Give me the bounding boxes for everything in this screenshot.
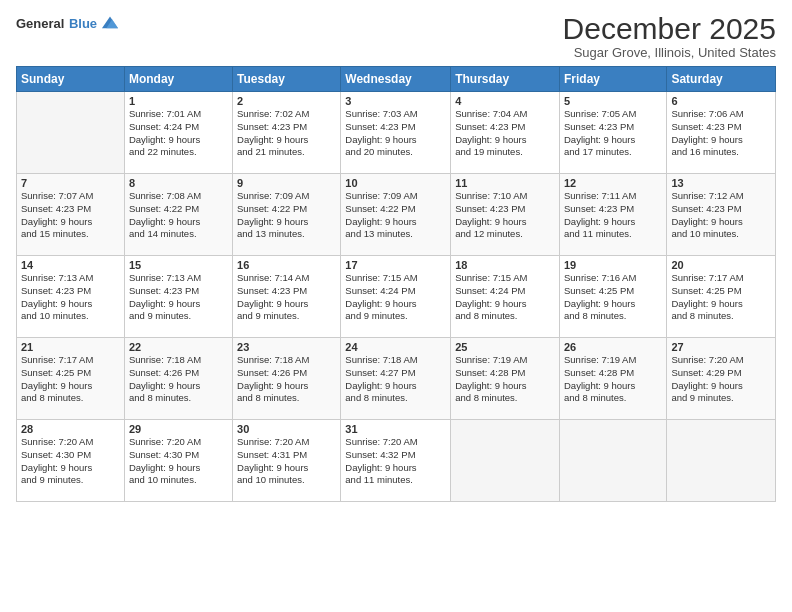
day-number: 13 <box>671 177 771 189</box>
day-info: Sunrise: 7:04 AMSunset: 4:23 PMDaylight:… <box>455 108 555 159</box>
logo-blue: Blue <box>69 16 97 31</box>
calendar-cell: 4Sunrise: 7:04 AMSunset: 4:23 PMDaylight… <box>451 92 560 174</box>
weekday-header-thursday: Thursday <box>451 67 560 92</box>
day-info: Sunrise: 7:08 AMSunset: 4:22 PMDaylight:… <box>129 190 228 241</box>
day-number: 17 <box>345 259 446 271</box>
location: Sugar Grove, Illinois, United States <box>563 45 776 60</box>
calendar-cell <box>451 420 560 502</box>
calendar-cell: 18Sunrise: 7:15 AMSunset: 4:24 PMDayligh… <box>451 256 560 338</box>
day-info: Sunrise: 7:20 AMSunset: 4:31 PMDaylight:… <box>237 436 336 487</box>
calendar-cell: 1Sunrise: 7:01 AMSunset: 4:24 PMDaylight… <box>124 92 232 174</box>
day-info: Sunrise: 7:03 AMSunset: 4:23 PMDaylight:… <box>345 108 446 159</box>
calendar-cell: 2Sunrise: 7:02 AMSunset: 4:23 PMDaylight… <box>233 92 341 174</box>
calendar-cell: 28Sunrise: 7:20 AMSunset: 4:30 PMDayligh… <box>17 420 125 502</box>
day-number: 2 <box>237 95 336 107</box>
day-info: Sunrise: 7:14 AMSunset: 4:23 PMDaylight:… <box>237 272 336 323</box>
day-number: 3 <box>345 95 446 107</box>
calendar-cell: 31Sunrise: 7:20 AMSunset: 4:32 PMDayligh… <box>341 420 451 502</box>
day-info: Sunrise: 7:18 AMSunset: 4:26 PMDaylight:… <box>129 354 228 405</box>
header: General Blue December 2025 Sugar Grove, … <box>16 12 776 60</box>
calendar-cell: 24Sunrise: 7:18 AMSunset: 4:27 PMDayligh… <box>341 338 451 420</box>
weekday-header-tuesday: Tuesday <box>233 67 341 92</box>
day-info: Sunrise: 7:06 AMSunset: 4:23 PMDaylight:… <box>671 108 771 159</box>
day-info: Sunrise: 7:20 AMSunset: 4:32 PMDaylight:… <box>345 436 446 487</box>
day-number: 24 <box>345 341 446 353</box>
day-number: 29 <box>129 423 228 435</box>
day-number: 5 <box>564 95 662 107</box>
day-number: 20 <box>671 259 771 271</box>
calendar-cell: 27Sunrise: 7:20 AMSunset: 4:29 PMDayligh… <box>667 338 776 420</box>
title-section: December 2025 Sugar Grove, Illinois, Uni… <box>563 12 776 60</box>
day-info: Sunrise: 7:13 AMSunset: 4:23 PMDaylight:… <box>21 272 120 323</box>
day-number: 4 <box>455 95 555 107</box>
logo-icon <box>99 12 121 34</box>
day-info: Sunrise: 7:18 AMSunset: 4:26 PMDaylight:… <box>237 354 336 405</box>
calendar-cell: 8Sunrise: 7:08 AMSunset: 4:22 PMDaylight… <box>124 174 232 256</box>
calendar-cell: 7Sunrise: 7:07 AMSunset: 4:23 PMDaylight… <box>17 174 125 256</box>
calendar-cell: 3Sunrise: 7:03 AMSunset: 4:23 PMDaylight… <box>341 92 451 174</box>
weekday-header-saturday: Saturday <box>667 67 776 92</box>
day-number: 7 <box>21 177 120 189</box>
day-number: 26 <box>564 341 662 353</box>
page: General Blue December 2025 Sugar Grove, … <box>0 0 792 612</box>
calendar-cell: 23Sunrise: 7:18 AMSunset: 4:26 PMDayligh… <box>233 338 341 420</box>
day-info: Sunrise: 7:19 AMSunset: 4:28 PMDaylight:… <box>455 354 555 405</box>
calendar-cell: 25Sunrise: 7:19 AMSunset: 4:28 PMDayligh… <box>451 338 560 420</box>
calendar-week-row: 7Sunrise: 7:07 AMSunset: 4:23 PMDaylight… <box>17 174 776 256</box>
calendar-week-row: 28Sunrise: 7:20 AMSunset: 4:30 PMDayligh… <box>17 420 776 502</box>
calendar-cell: 12Sunrise: 7:11 AMSunset: 4:23 PMDayligh… <box>559 174 666 256</box>
day-number: 19 <box>564 259 662 271</box>
day-info: Sunrise: 7:18 AMSunset: 4:27 PMDaylight:… <box>345 354 446 405</box>
calendar-cell: 15Sunrise: 7:13 AMSunset: 4:23 PMDayligh… <box>124 256 232 338</box>
day-info: Sunrise: 7:07 AMSunset: 4:23 PMDaylight:… <box>21 190 120 241</box>
day-info: Sunrise: 7:13 AMSunset: 4:23 PMDaylight:… <box>129 272 228 323</box>
calendar-cell: 11Sunrise: 7:10 AMSunset: 4:23 PMDayligh… <box>451 174 560 256</box>
day-number: 10 <box>345 177 446 189</box>
day-info: Sunrise: 7:09 AMSunset: 4:22 PMDaylight:… <box>237 190 336 241</box>
weekday-header-monday: Monday <box>124 67 232 92</box>
calendar-cell: 5Sunrise: 7:05 AMSunset: 4:23 PMDaylight… <box>559 92 666 174</box>
day-info: Sunrise: 7:05 AMSunset: 4:23 PMDaylight:… <box>564 108 662 159</box>
day-info: Sunrise: 7:19 AMSunset: 4:28 PMDaylight:… <box>564 354 662 405</box>
calendar-cell: 20Sunrise: 7:17 AMSunset: 4:25 PMDayligh… <box>667 256 776 338</box>
day-number: 21 <box>21 341 120 353</box>
logo: General Blue <box>16 12 121 34</box>
calendar-cell: 14Sunrise: 7:13 AMSunset: 4:23 PMDayligh… <box>17 256 125 338</box>
day-number: 25 <box>455 341 555 353</box>
calendar-week-row: 21Sunrise: 7:17 AMSunset: 4:25 PMDayligh… <box>17 338 776 420</box>
day-number: 11 <box>455 177 555 189</box>
calendar-cell: 19Sunrise: 7:16 AMSunset: 4:25 PMDayligh… <box>559 256 666 338</box>
day-info: Sunrise: 7:09 AMSunset: 4:22 PMDaylight:… <box>345 190 446 241</box>
weekday-header-friday: Friday <box>559 67 666 92</box>
day-number: 22 <box>129 341 228 353</box>
day-number: 6 <box>671 95 771 107</box>
day-info: Sunrise: 7:02 AMSunset: 4:23 PMDaylight:… <box>237 108 336 159</box>
day-info: Sunrise: 7:15 AMSunset: 4:24 PMDaylight:… <box>345 272 446 323</box>
calendar-cell: 6Sunrise: 7:06 AMSunset: 4:23 PMDaylight… <box>667 92 776 174</box>
day-number: 30 <box>237 423 336 435</box>
calendar-cell: 17Sunrise: 7:15 AMSunset: 4:24 PMDayligh… <box>341 256 451 338</box>
calendar-cell: 13Sunrise: 7:12 AMSunset: 4:23 PMDayligh… <box>667 174 776 256</box>
weekday-header-wednesday: Wednesday <box>341 67 451 92</box>
calendar-cell <box>17 92 125 174</box>
month-title: December 2025 <box>563 12 776 45</box>
day-info: Sunrise: 7:01 AMSunset: 4:24 PMDaylight:… <box>129 108 228 159</box>
day-info: Sunrise: 7:11 AMSunset: 4:23 PMDaylight:… <box>564 190 662 241</box>
calendar-cell: 9Sunrise: 7:09 AMSunset: 4:22 PMDaylight… <box>233 174 341 256</box>
day-number: 16 <box>237 259 336 271</box>
calendar-cell <box>559 420 666 502</box>
day-number: 12 <box>564 177 662 189</box>
day-info: Sunrise: 7:20 AMSunset: 4:30 PMDaylight:… <box>21 436 120 487</box>
day-number: 27 <box>671 341 771 353</box>
day-number: 28 <box>21 423 120 435</box>
day-number: 15 <box>129 259 228 271</box>
calendar-week-row: 14Sunrise: 7:13 AMSunset: 4:23 PMDayligh… <box>17 256 776 338</box>
calendar-cell: 30Sunrise: 7:20 AMSunset: 4:31 PMDayligh… <box>233 420 341 502</box>
day-info: Sunrise: 7:12 AMSunset: 4:23 PMDaylight:… <box>671 190 771 241</box>
calendar-cell: 26Sunrise: 7:19 AMSunset: 4:28 PMDayligh… <box>559 338 666 420</box>
day-number: 8 <box>129 177 228 189</box>
calendar-week-row: 1Sunrise: 7:01 AMSunset: 4:24 PMDaylight… <box>17 92 776 174</box>
day-info: Sunrise: 7:17 AMSunset: 4:25 PMDaylight:… <box>21 354 120 405</box>
weekday-header-row: SundayMondayTuesdayWednesdayThursdayFrid… <box>17 67 776 92</box>
day-number: 14 <box>21 259 120 271</box>
